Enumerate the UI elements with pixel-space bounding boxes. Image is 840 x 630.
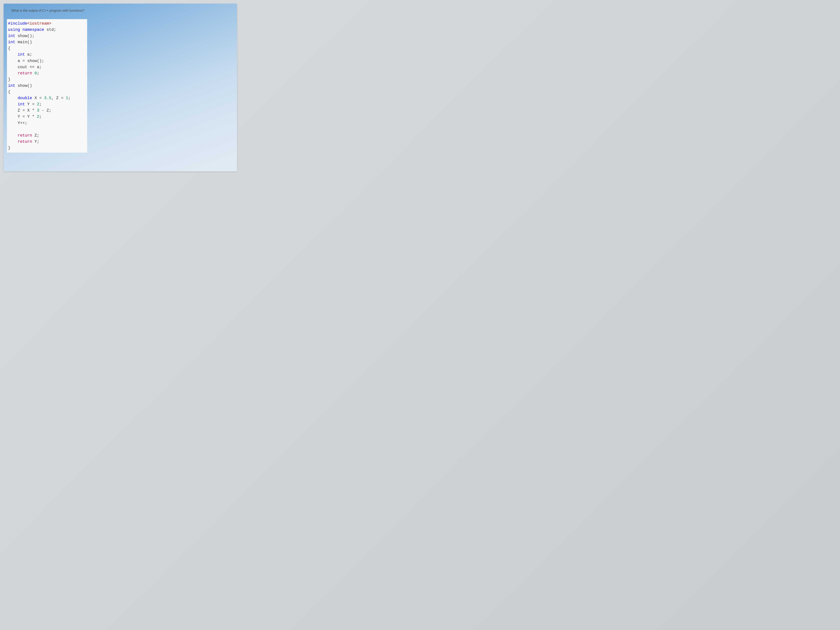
code-line xyxy=(8,126,85,133)
code-token: Z = X * xyxy=(8,108,37,113)
code-line: Z = X * 3 - Z; xyxy=(8,107,85,114)
code-token: Z; xyxy=(32,133,39,138)
code-token: ; xyxy=(39,102,42,107)
code-line: { xyxy=(8,89,85,95)
question-panel: What is the output of C++ program with f… xyxy=(4,4,237,171)
code-line: int a; xyxy=(8,52,85,58)
code-line: } xyxy=(8,77,85,83)
code-token: X = xyxy=(32,96,44,100)
code-line: a = show(); xyxy=(8,58,85,64)
code-token: namespace xyxy=(22,27,44,32)
code-token xyxy=(8,139,18,144)
code-token xyxy=(8,133,18,138)
code-token: int xyxy=(18,102,25,107)
code-token: main() xyxy=(15,40,32,44)
code-line: return 0; xyxy=(8,70,85,77)
code-token xyxy=(8,96,18,100)
code-token: std; xyxy=(44,27,56,32)
code-token: <iostream> xyxy=(27,21,51,26)
code-token: int xyxy=(8,40,15,44)
code-line: int Y = 2; xyxy=(8,101,85,107)
code-token: Y = xyxy=(25,102,37,107)
code-token: - Z; xyxy=(39,108,51,113)
code-token: Y = Y * xyxy=(8,114,37,119)
code-token: ; xyxy=(39,114,42,119)
code-token: { xyxy=(8,90,10,94)
code-token: 2 xyxy=(37,114,39,119)
code-token: double xyxy=(18,96,32,100)
code-token: 0 xyxy=(35,71,37,76)
code-line: { xyxy=(8,46,85,52)
code-token: int xyxy=(8,34,15,38)
code-token xyxy=(8,52,18,57)
code-line: } xyxy=(8,145,85,151)
code-token: ; xyxy=(37,71,39,76)
code-token: return xyxy=(18,133,32,138)
code-token xyxy=(32,71,35,76)
code-token: 1 xyxy=(66,96,68,100)
code-token: Y++; xyxy=(8,121,27,125)
code-token: int xyxy=(18,52,25,57)
code-token: 3.5 xyxy=(44,96,51,100)
question-prompt: What is the output of C++ program with f… xyxy=(4,4,237,17)
code-token: show(); xyxy=(15,34,35,38)
code-token: int xyxy=(8,84,15,88)
code-token: ; xyxy=(68,96,71,100)
code-token: , Z = xyxy=(51,96,66,100)
code-line: return Y; xyxy=(8,139,85,145)
code-line: Y++; xyxy=(8,120,85,126)
code-line: using namespace std; xyxy=(8,27,85,33)
code-token: Y; xyxy=(32,139,39,144)
code-token: { xyxy=(8,46,10,51)
code-token: 2 xyxy=(37,102,39,107)
code-token: 3 xyxy=(37,108,39,113)
code-token xyxy=(8,102,18,107)
code-line: int show(); xyxy=(8,33,85,39)
code-token: show() xyxy=(15,84,32,88)
code-line: Y = Y * 2; xyxy=(8,114,85,120)
code-block: #include<iostream>using namespace std;in… xyxy=(7,19,87,153)
code-token xyxy=(20,27,22,32)
code-token: } xyxy=(8,77,10,82)
code-token: a; xyxy=(25,52,32,57)
code-token: } xyxy=(8,146,10,150)
code-token: a = show(); xyxy=(8,59,44,63)
code-token: #include xyxy=(8,21,27,26)
code-line: double X = 3.5, Z = 1; xyxy=(8,95,85,101)
code-line: int show() xyxy=(8,83,85,89)
code-line: #include<iostream> xyxy=(8,21,85,27)
code-token: cout << a; xyxy=(8,65,42,69)
code-line: int main() xyxy=(8,39,85,46)
code-token: using xyxy=(8,27,20,32)
code-token: return xyxy=(18,71,32,76)
code-token: return xyxy=(18,139,32,144)
code-line: return Z; xyxy=(8,133,85,139)
code-line: cout << a; xyxy=(8,64,85,70)
code-token xyxy=(8,127,10,132)
code-token xyxy=(8,71,18,76)
